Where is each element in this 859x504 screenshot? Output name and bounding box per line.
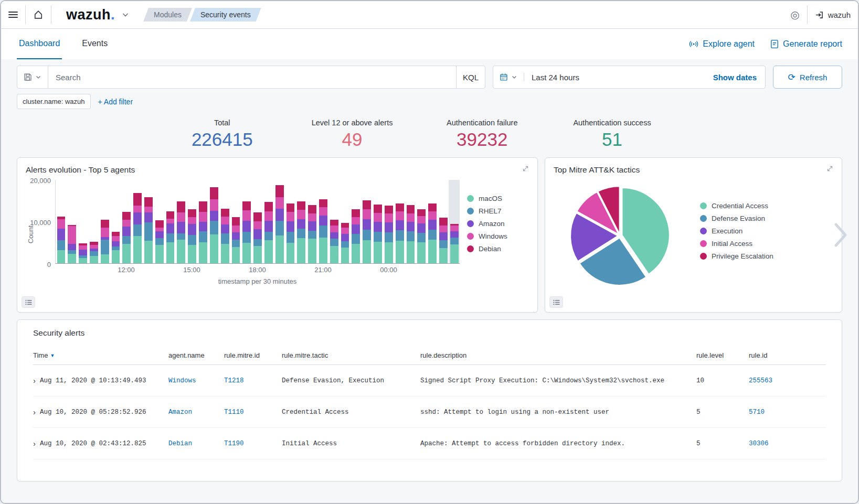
bar-26[interactable] bbox=[340, 180, 351, 263]
bar-16[interactable] bbox=[230, 180, 241, 263]
broadcast-icon bbox=[689, 40, 698, 48]
cell-agent-name[interactable]: Amazon bbox=[168, 409, 224, 416]
bar-21[interactable] bbox=[285, 180, 296, 263]
legend-item-windows[interactable]: Windows bbox=[467, 232, 532, 240]
breadcrumb-security-events[interactable]: Security events bbox=[190, 8, 261, 22]
bar-6[interactable] bbox=[121, 180, 132, 263]
expand-row-icon[interactable]: › bbox=[33, 377, 36, 384]
bar-35[interactable] bbox=[438, 180, 449, 263]
add-filter-button[interactable]: + Add filter bbox=[98, 98, 133, 106]
cell-rule-id[interactable]: 5710 bbox=[749, 409, 826, 416]
time-range-value[interactable]: Last 24 hours bbox=[524, 73, 705, 82]
saved-queries-button[interactable] bbox=[17, 66, 48, 88]
bar-segment-rhel7 bbox=[188, 235, 196, 245]
column-header-time[interactable]: Time▼ bbox=[33, 351, 168, 359]
bar-31[interactable] bbox=[394, 180, 405, 263]
cell-rule-mitre-id[interactable]: T1110 bbox=[224, 409, 282, 416]
search-group: KQL bbox=[17, 66, 485, 89]
bar-11[interactable] bbox=[176, 180, 187, 263]
bar-29[interactable] bbox=[373, 180, 384, 263]
bar-segment-windows bbox=[68, 226, 76, 243]
legend-item-debian[interactable]: Debian bbox=[467, 245, 532, 253]
bar-segment-rhel7 bbox=[439, 240, 448, 248]
bar-36[interactable] bbox=[449, 180, 460, 263]
bar-3[interactable] bbox=[88, 180, 99, 263]
bar-28[interactable] bbox=[362, 180, 373, 263]
bar-4[interactable] bbox=[99, 180, 110, 263]
legend-item-amazon[interactable]: Amazon bbox=[467, 220, 532, 228]
refresh-button[interactable]: ⟳ Refresh bbox=[773, 66, 842, 89]
bar-segment-debian bbox=[341, 223, 349, 228]
wazuh-logo[interactable]: wazuh. bbox=[59, 7, 117, 23]
bar-10[interactable] bbox=[165, 180, 176, 263]
tab-dashboard[interactable]: Dashboard bbox=[17, 29, 62, 59]
explore-agent-button[interactable]: Explore agent bbox=[689, 39, 755, 49]
bar-14[interactable] bbox=[208, 180, 219, 263]
bar-27[interactable] bbox=[351, 180, 362, 263]
bar-30[interactable] bbox=[383, 180, 394, 263]
show-dates-button[interactable]: Show dates bbox=[705, 73, 765, 82]
bar-0[interactable] bbox=[56, 180, 67, 263]
calendar-button[interactable] bbox=[493, 73, 524, 81]
breadcrumb-modules[interactable]: Modules bbox=[143, 8, 192, 22]
legend-item-rhel7[interactable]: RHEL7 bbox=[467, 207, 532, 215]
bar-5[interactable] bbox=[110, 180, 121, 263]
bar-24[interactable] bbox=[318, 180, 329, 263]
bar-1[interactable] bbox=[67, 180, 78, 263]
tab-events[interactable]: Events bbox=[80, 29, 110, 59]
user-menu[interactable]: wazuh bbox=[808, 1, 858, 28]
cell-rule-id[interactable]: 30306 bbox=[749, 440, 826, 447]
bar-34[interactable] bbox=[427, 180, 438, 263]
bar-25[interactable] bbox=[328, 180, 340, 263]
bar-19[interactable] bbox=[263, 180, 274, 263]
bar-32[interactable] bbox=[405, 180, 416, 263]
expand-panel-icon[interactable] bbox=[826, 165, 833, 172]
bar-18[interactable] bbox=[252, 180, 263, 263]
stat-value[interactable]: 226415 bbox=[157, 129, 287, 150]
bar-segment-macos bbox=[90, 256, 98, 263]
legend-item-credential-access[interactable]: Credential Access bbox=[700, 202, 773, 210]
generate-report-button[interactable]: Generate report bbox=[770, 39, 842, 49]
bar-13[interactable] bbox=[198, 180, 209, 263]
kql-toggle[interactable]: KQL bbox=[456, 66, 485, 88]
home-button[interactable] bbox=[26, 1, 51, 28]
cell-rule-mitre-id[interactable]: T1218 bbox=[224, 377, 282, 384]
bar-9[interactable] bbox=[154, 180, 165, 263]
chevron-down-icon[interactable] bbox=[121, 10, 130, 19]
legend-item-macos[interactable]: macOS bbox=[467, 195, 532, 202]
cell-agent-name[interactable]: Windows bbox=[168, 377, 224, 384]
legend-item-execution[interactable]: Execution bbox=[700, 227, 773, 235]
stat-value[interactable]: 39232 bbox=[417, 129, 547, 150]
expand-panel-icon[interactable] bbox=[522, 165, 529, 172]
bar-20[interactable] bbox=[274, 180, 285, 263]
bar-7[interactable] bbox=[132, 180, 143, 263]
cell-rule-mitre-id[interactable]: T1190 bbox=[224, 440, 282, 447]
filter-pill-cluster-name[interactable]: cluster.name: wazuh bbox=[17, 94, 91, 109]
bar-segment-amazon bbox=[275, 209, 284, 221]
bar-12[interactable] bbox=[187, 180, 198, 263]
inspect-button[interactable] bbox=[22, 296, 35, 308]
expand-row-icon[interactable]: › bbox=[33, 439, 36, 447]
cell-agent-name[interactable]: Debian bbox=[168, 440, 224, 447]
health-check-button[interactable]: ◎ bbox=[783, 1, 807, 28]
legend-item-initial-access[interactable]: Initial Access bbox=[700, 240, 773, 248]
bar-2[interactable] bbox=[78, 180, 89, 263]
legend-item-privilege-escalation[interactable]: Privilege Escalation bbox=[700, 252, 773, 260]
bar-23[interactable] bbox=[307, 180, 318, 263]
cell-rule-id[interactable]: 255563 bbox=[749, 377, 826, 384]
bar-segment-macos bbox=[374, 242, 382, 263]
legend-item-defense-evasion[interactable]: Defense Evasion bbox=[700, 215, 773, 222]
menu-button[interactable] bbox=[1, 1, 25, 28]
bar-22[interactable] bbox=[296, 180, 307, 263]
stat-value[interactable]: 49 bbox=[287, 129, 417, 150]
expand-row-icon[interactable]: › bbox=[33, 408, 36, 416]
bar-17[interactable] bbox=[241, 180, 252, 263]
carousel-next-button[interactable] bbox=[833, 221, 849, 249]
inspect-button[interactable] bbox=[549, 296, 563, 308]
bar-33[interactable] bbox=[416, 180, 427, 263]
search-input[interactable] bbox=[48, 66, 456, 88]
bar-8[interactable] bbox=[143, 180, 154, 263]
bar-segment-windows bbox=[133, 206, 142, 213]
bar-15[interactable] bbox=[219, 180, 230, 263]
stat-value[interactable]: 51 bbox=[547, 129, 677, 150]
